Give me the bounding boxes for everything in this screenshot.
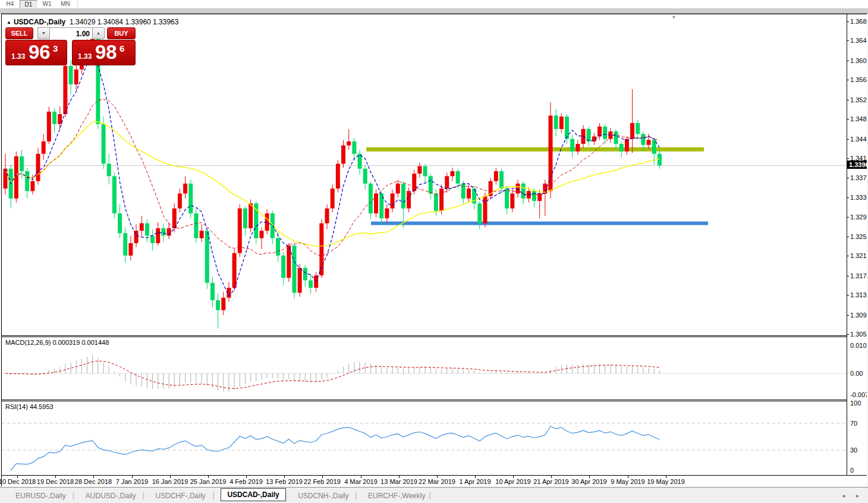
- tab-separator: |: [73, 491, 74, 499]
- date-axis-label: 30 Apr 2019: [571, 478, 606, 485]
- sell-price-main: 96: [29, 41, 51, 64]
- macd-axis-label: -0.0074765: [850, 391, 867, 398]
- price-axis-tick: [847, 119, 849, 120]
- buy-price-pip: 6: [119, 43, 124, 54]
- sell-price-prefix: 1.33: [11, 52, 25, 61]
- price-axis-tick: [847, 158, 849, 159]
- price-axis-label: 1.32520: [850, 233, 867, 240]
- chart-ohlc-values: 1.34029 1.34084 1.33960 1.33963: [70, 18, 179, 26]
- date-axis-label: 22 Feb 2019: [304, 478, 341, 485]
- tab-audusd-daily[interactable]: AUDUSD-,Daily: [81, 491, 141, 501]
- lot-decrease-button[interactable]: ▼: [37, 27, 50, 39]
- lot-increase-button[interactable]: ▲: [92, 27, 105, 39]
- date-axis-label: 9 May 2019: [611, 478, 644, 485]
- date-axis-label: 25 Jan 2019: [190, 478, 227, 485]
- date-axis-tick: [55, 476, 56, 478]
- price-axis-label: 1.35680: [850, 76, 867, 83]
- price-axis-tick: [847, 100, 849, 100]
- date-axis-tick: [551, 476, 552, 478]
- price-axis-tick: [847, 334, 849, 335]
- sell-price-button[interactable]: 1.33 96 3: [5, 40, 67, 65]
- price-axis-tick: [847, 139, 849, 140]
- tab-separator: |: [355, 491, 357, 499]
- price-axis-tick: [847, 40, 849, 41]
- tab-usdcad-daily[interactable]: USDCAD-,Daily: [221, 488, 285, 501]
- date-axis[interactable]: 10 Dec 201819 Dec 201828 Dec 20187 Jan 2…: [2, 475, 867, 487]
- date-axis-tick: [132, 476, 133, 478]
- macd-axis-label: 0.00: [850, 370, 863, 377]
- date-axis-label: 19 May 2019: [647, 478, 685, 485]
- tab-eurchf-weekly[interactable]: EURCHF-,Weekly: [363, 491, 430, 501]
- date-axis-tick: [437, 476, 438, 478]
- buy-price-main: 98: [95, 41, 117, 64]
- macd-label: MACD(12,26,9) 0.000319 0.001448: [5, 339, 109, 346]
- price-axis[interactable]: 1.368601.364701.360701.356801.352801.348…: [847, 14, 867, 475]
- price-axis-tick: [847, 315, 849, 316]
- price-axis-label: 1.36470: [850, 37, 867, 44]
- price-axis-tick: [847, 295, 849, 295]
- macd-axis-label: 0.0102295: [850, 342, 867, 349]
- timeframe-button-d1[interactable]: D1: [20, 0, 37, 8]
- timeframe-button-w1[interactable]: W1: [38, 0, 56, 8]
- price-axis-label: 1.34490: [850, 136, 867, 143]
- chart-title: ▲USDCAD-,Daily 1.34029 1.34084 1.33960 1…: [7, 18, 178, 26]
- symbol-tab-bar: ◂ ▸ EURUSD-,Daily|AUDUSD-,Daily|USDCHF-,…: [0, 487, 868, 503]
- date-axis-label: 21 Apr 2019: [533, 478, 568, 485]
- buy-button[interactable]: BUY: [107, 27, 136, 39]
- sell-button[interactable]: SELL: [5, 27, 33, 39]
- price-axis-tick: [847, 276, 849, 276]
- date-axis-label: 7 Jan 2019: [116, 478, 148, 485]
- date-axis-label: 10 Dec 2018: [0, 478, 36, 485]
- date-axis-tick: [361, 476, 361, 478]
- current-price-tag: 1.33963: [847, 161, 867, 169]
- price-axis-tick: [847, 256, 849, 256]
- price-axis-tick: [847, 178, 849, 178]
- timeframe-button-mn[interactable]: MN: [56, 0, 74, 8]
- price-axis-label: 1.30940: [850, 312, 867, 319]
- tab-scroll-right-icon[interactable]: ▸: [856, 492, 859, 499]
- tab-scroll-left-icon[interactable]: ◂: [842, 492, 845, 499]
- tab-usdchf-daily[interactable]: USDCHF-,Daily: [151, 491, 210, 501]
- lot-size-input[interactable]: [50, 29, 90, 39]
- date-axis-tick: [246, 476, 247, 478]
- rsi-indicator-canvas[interactable]: [2, 401, 847, 475]
- date-axis-label: 4 Mar 2019: [344, 478, 378, 485]
- date-axis-tick: [475, 476, 476, 478]
- date-axis-label: 4 Feb 2019: [229, 478, 263, 485]
- date-axis-label: 10 Apr 2019: [495, 478, 530, 485]
- date-axis-tick: [93, 476, 94, 478]
- tab-separator: |: [212, 491, 214, 499]
- date-axis-label: 22 Mar 2019: [419, 478, 455, 485]
- lot-size-box: [50, 27, 92, 39]
- price-axis-label: 1.30550: [850, 331, 867, 338]
- date-axis-tick: [322, 476, 323, 478]
- date-axis-tick: [17, 476, 18, 478]
- tab-eurusd-daily[interactable]: EURUSD-,Daily: [11, 491, 71, 501]
- date-axis-label: 16 Jan 2019: [152, 478, 188, 485]
- tab-separator: |: [143, 491, 144, 499]
- price-axis-label: 1.32920: [850, 213, 867, 221]
- date-axis-tick: [589, 476, 590, 478]
- price-axis-label: 1.32130: [850, 252, 867, 259]
- timeframe-button-h4[interactable]: H4: [1, 0, 19, 8]
- date-axis-label: 28 Dec 2018: [75, 478, 112, 485]
- one-click-trading-widget: SELL ▼ ▲ BUY 1.33 96 3 1.33 98 6: [5, 27, 136, 65]
- date-axis-tick: [513, 476, 514, 478]
- date-axis-tick: [666, 476, 666, 478]
- price-axis-label: 1.31340: [850, 291, 867, 298]
- macd-indicator-canvas[interactable]: [2, 337, 847, 400]
- buy-price-button[interactable]: 1.33 98 6: [72, 40, 136, 65]
- price-axis-label: 1.36860: [850, 18, 867, 25]
- price-axis-label: 1.33310: [850, 194, 867, 201]
- tab-usdcnh-daily[interactable]: USDCNH-,Daily: [293, 491, 353, 501]
- price-axis-label: 1.36070: [850, 57, 867, 64]
- date-axis-label: 1 Apr 2019: [459, 478, 490, 485]
- chart-shift-marker-icon[interactable]: ▼: [671, 14, 677, 20]
- date-axis-label: 19 Dec 2018: [37, 478, 74, 485]
- date-axis-label: 13 Feb 2019: [266, 478, 303, 485]
- date-axis-tick: [628, 476, 628, 478]
- price-axis-tick: [847, 61, 849, 61]
- chart-window: ▲USDCAD-,Daily 1.34029 1.34084 1.33960 1…: [1, 14, 867, 486]
- title-arrow-icon: ▲: [7, 20, 11, 25]
- rsi-axis-label: 30: [850, 447, 857, 454]
